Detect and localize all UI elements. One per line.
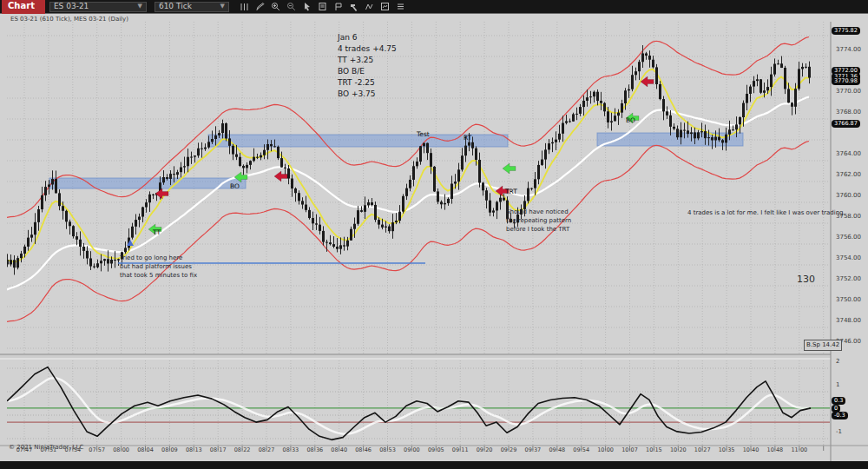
- day-summary-line: Jan 6: [338, 33, 357, 42]
- interval-select[interactable]: 610 Tick ▼: [155, 2, 229, 12]
- divider-value-badge: B.Sp 14.42: [804, 340, 842, 351]
- platform-note: but had platform issues: [120, 262, 192, 271]
- trade-annotation-label: TT: [153, 228, 161, 236]
- instrument-label: ES 03-21 (610 Tick), MES 03-21 (Daily): [10, 16, 128, 23]
- pattern-note: the repeating pattern: [506, 216, 571, 225]
- chart-window: Chart ES 03-21 ▼ 610 Tick ▼ ES 03-21 (61…: [0, 0, 868, 469]
- trade-annotation-label: BO: [230, 182, 240, 190]
- count-label: 130: [797, 274, 815, 285]
- time-axis[interactable]: [0, 439, 831, 460]
- zoom-out-icon[interactable]: [286, 2, 296, 11]
- copyright: © 2021 NinjaTrader, LLC: [9, 444, 83, 451]
- hammer-icon[interactable]: [349, 2, 358, 11]
- interval-select-value: 610 Tick: [159, 2, 192, 11]
- trade-annotation-label: RT: [464, 134, 471, 142]
- trade-arrow: [274, 171, 287, 182]
- toolbar-icons: [240, 2, 405, 11]
- pattern-note: before I took the TRT: [506, 225, 569, 234]
- entry-attempt-marker: [127, 240, 134, 246]
- price-axis[interactable]: [831, 15, 868, 439]
- trade-arrow: [626, 113, 639, 123]
- trade-annotation-label: TRT: [505, 188, 517, 195]
- bar-spacing-icon[interactable]: [240, 2, 249, 11]
- trade-arrow: [155, 188, 168, 199]
- overtrading-note: 4 trades is a lot for me. I felt like I …: [687, 208, 845, 217]
- day-summary-line: BO +3.75: [338, 89, 376, 98]
- chart-overlay-labels: 3774.003770.003768.003764.003762.003760.…: [0, 0, 868, 469]
- zoom-in-icon[interactable]: [271, 2, 280, 11]
- snapshot-icon[interactable]: [318, 2, 327, 11]
- chevron-down-icon: ▼: [138, 2, 142, 11]
- instrument-select[interactable]: ES 03-21 ▼: [49, 2, 147, 12]
- trade-annotation-label: BO: [626, 116, 635, 124]
- trade-arrow: [496, 186, 509, 196]
- trade-arrow: [641, 76, 654, 87]
- window-bottom-strip: [0, 461, 868, 469]
- toolbar: Chart ES 03-21 ▼ 610 Tick ▼: [0, 0, 868, 14]
- pencil-icon[interactable]: [255, 2, 265, 11]
- indicator-window-icon[interactable]: [380, 2, 390, 11]
- day-summary-line: 4 trades +4.75: [338, 44, 397, 53]
- instrument-select-value: ES 03-21: [54, 2, 89, 11]
- trade-arrow: [234, 172, 247, 182]
- cursor-icon[interactable]: [302, 2, 312, 11]
- platform-note: that took 5 minutes to fix: [120, 271, 197, 280]
- day-summary-line: BO B/E: [338, 67, 365, 76]
- trade-annotation-label: Test: [417, 130, 430, 138]
- platform-note: Tried to go long here: [120, 254, 182, 262]
- zigzag-icon[interactable]: [365, 2, 374, 11]
- chart-tab[interactable]: Chart: [2, 0, 45, 14]
- properties-list-icon[interactable]: [396, 2, 405, 11]
- chevron-down-icon: ▼: [220, 2, 225, 11]
- panel-flag-icon[interactable]: [333, 2, 343, 11]
- pattern-note: Should have noticed: [506, 208, 569, 216]
- trade-arrow: [503, 163, 516, 174]
- trade-arrow: [148, 224, 161, 234]
- chart-canvas[interactable]: [0, 14, 868, 469]
- day-summary-line: TT +3.25: [338, 56, 373, 64]
- day-summary-line: TRT -2.25: [338, 78, 375, 87]
